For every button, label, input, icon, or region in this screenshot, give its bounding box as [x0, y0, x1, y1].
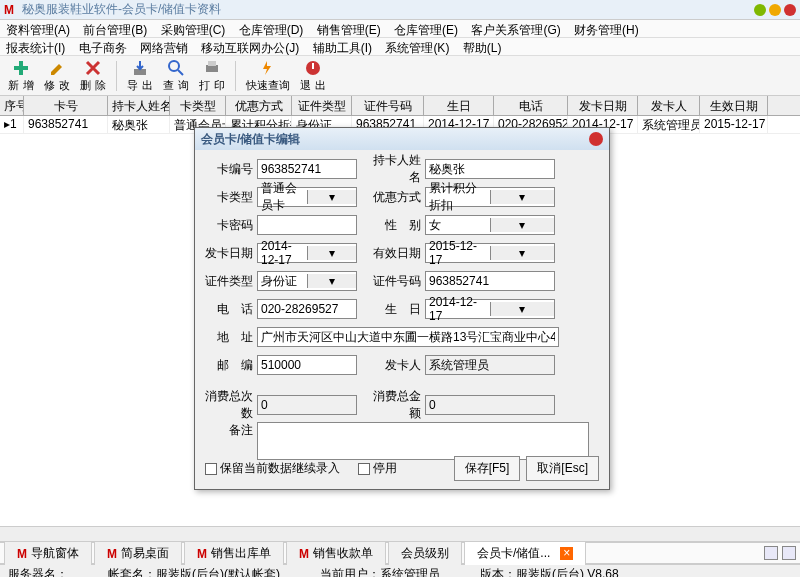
col-issue[interactable]: 发卡日期 [568, 96, 638, 115]
bolt-search-icon [259, 59, 277, 77]
menu-item[interactable]: 客户关系管理(G) [471, 23, 560, 37]
svg-point-3 [169, 61, 179, 71]
menu-item[interactable]: 仓库管理(D) [239, 23, 304, 37]
gender-select[interactable]: 女▾ [425, 215, 555, 235]
col-name[interactable]: 持卡人姓名 [108, 96, 170, 115]
issue-date-select[interactable]: 2014-12-17▾ [257, 243, 357, 263]
search-icon [167, 59, 185, 77]
tabstrip-button-1[interactable] [764, 546, 778, 560]
menu-item[interactable]: 财务管理(H) [574, 23, 639, 37]
svg-rect-1 [14, 66, 28, 70]
x-icon [84, 59, 102, 77]
keep-data-checkbox[interactable]: 保留当前数据继续录入 [205, 460, 340, 477]
export-icon [131, 59, 149, 77]
chevron-down-icon: ▾ [490, 218, 555, 232]
type-select[interactable]: 普通会员卡▾ [257, 187, 357, 207]
dialog-title: 会员卡/储值卡编辑 [201, 131, 300, 148]
menu-item[interactable]: 移动互联网办公(J) [201, 41, 299, 55]
edit-button[interactable]: 修 改 [40, 59, 74, 93]
valid-date-select[interactable]: 2015-12-17▾ [425, 243, 555, 263]
cancel-button[interactable]: 取消[Esc] [526, 456, 599, 481]
menu-item[interactable]: 销售管理(E) [317, 23, 381, 37]
chevron-down-icon: ▾ [307, 190, 357, 204]
col-phone[interactable]: 电话 [494, 96, 568, 115]
toolbar: 新 增 修 改 删 除 导 出 查 询 打 印 快速查询 退 出 [0, 56, 800, 96]
cardno-input[interactable] [257, 159, 357, 179]
svg-rect-5 [208, 61, 216, 66]
menu-item[interactable]: 报表统计(I) [6, 41, 65, 55]
chevron-down-icon: ▾ [307, 274, 357, 288]
tab-sales-receipt[interactable]: M销售收款单 [286, 541, 386, 565]
col-idnum[interactable]: 证件号码 [352, 96, 424, 115]
chevron-down-icon: ▾ [490, 246, 555, 260]
exit-icon [304, 59, 322, 77]
phone-input[interactable] [257, 299, 357, 319]
tab-desktop[interactable]: M简易桌面 [94, 541, 182, 565]
holder-input[interactable] [425, 159, 555, 179]
plus-icon [12, 59, 30, 77]
grid-header: 序号 卡号 持卡人姓名 卡类型 优惠方式 证件类型 证件号码 生日 电话 发卡日… [0, 96, 800, 116]
maximize-button[interactable] [769, 4, 781, 16]
remark-input[interactable] [257, 422, 589, 460]
menu-item[interactable]: 辅助工具(I) [313, 41, 372, 55]
print-button[interactable]: 打 印 [195, 59, 229, 93]
tab-strip: M导航窗体 M简易桌面 M销售出库单 M销售收款单 会员级别 会员卡/储值...… [0, 542, 800, 564]
save-button[interactable]: 保存[F5] [454, 456, 521, 481]
menu-bar-1: 资料管理(A) 前台管理(B) 采购管理(C) 仓库管理(D) 销售管理(E) … [0, 20, 800, 38]
menu-item[interactable]: 采购管理(C) [161, 23, 226, 37]
birthday-select[interactable]: 2014-12-17▾ [425, 299, 555, 319]
menu-item[interactable]: 网络营销 [140, 41, 188, 55]
menu-item[interactable]: 前台管理(B) [83, 23, 147, 37]
title-bar: M 秘奥服装鞋业软件-会员卡/储值卡资料 [0, 0, 800, 20]
quick-query-button[interactable]: 快速查询 [242, 59, 294, 93]
menu-item[interactable]: 仓库管理(E) [394, 23, 458, 37]
query-button[interactable]: 查 询 [159, 59, 193, 93]
col-valid[interactable]: 生效日期 [700, 96, 768, 115]
tab-close-icon[interactable]: × [560, 547, 573, 560]
exit-button[interactable]: 退 出 [296, 59, 330, 93]
status-book: 帐套名：服装版(后台)(默认帐套) [108, 566, 280, 577]
export-button[interactable]: 导 出 [123, 59, 157, 93]
col-issuer[interactable]: 发卡人 [638, 96, 700, 115]
tab-member-card[interactable]: 会员卡/储值...× [464, 541, 586, 565]
menu-item[interactable]: 资料管理(A) [6, 23, 70, 37]
dialog-title-bar[interactable]: 会员卡/储值卡编辑 [195, 128, 609, 150]
menu-item[interactable]: 电子商务 [79, 41, 127, 55]
idtype-select[interactable]: 身份证▾ [257, 271, 357, 291]
col-seq[interactable]: 序号 [0, 96, 24, 115]
status-version: 版本：服装版(后台) V8.68 [480, 566, 619, 577]
dialog-close-button[interactable] [589, 132, 603, 146]
svg-rect-4 [206, 65, 218, 72]
col-idtype[interactable]: 证件类型 [292, 96, 352, 115]
printer-icon [203, 59, 221, 77]
member-card-edit-dialog: 会员卡/储值卡编辑 卡编号 持卡人姓名 卡类型 普通会员卡▾ 优惠方式 累计积分… [194, 127, 610, 490]
issuer-input [425, 355, 555, 375]
add-button[interactable]: 新 增 [4, 59, 38, 93]
disable-checkbox[interactable]: 停用 [358, 460, 397, 477]
tab-sales-out[interactable]: M销售出库单 [184, 541, 284, 565]
status-server: 服务器名： [8, 566, 68, 577]
tabstrip-button-2[interactable] [782, 546, 796, 560]
delete-button[interactable]: 删 除 [76, 59, 110, 93]
menu-item[interactable]: 系统管理(K) [385, 41, 449, 55]
close-button[interactable] [784, 4, 796, 16]
minimize-button[interactable] [754, 4, 766, 16]
password-input[interactable] [257, 215, 357, 235]
window-title: 秘奥服装鞋业软件-会员卡/储值卡资料 [22, 1, 754, 18]
col-disc[interactable]: 优惠方式 [226, 96, 292, 115]
zip-input[interactable] [257, 355, 357, 375]
tab-nav[interactable]: M导航窗体 [4, 541, 92, 565]
discount-select[interactable]: 累计积分折扣▾ [425, 187, 555, 207]
address-input[interactable] [257, 327, 559, 347]
chevron-down-icon: ▾ [490, 190, 555, 204]
tab-member-level[interactable]: 会员级别 [388, 541, 462, 565]
horizontal-scrollbar[interactable] [0, 526, 800, 542]
col-type[interactable]: 卡类型 [170, 96, 226, 115]
consume-amount-input [425, 395, 555, 415]
status-user: 当前用户：系统管理员 [320, 566, 440, 577]
menu-item[interactable]: 帮助(L) [463, 41, 502, 55]
app-logo: M [4, 3, 18, 17]
idnum-input[interactable] [425, 271, 555, 291]
col-bday[interactable]: 生日 [424, 96, 494, 115]
col-card[interactable]: 卡号 [24, 96, 108, 115]
